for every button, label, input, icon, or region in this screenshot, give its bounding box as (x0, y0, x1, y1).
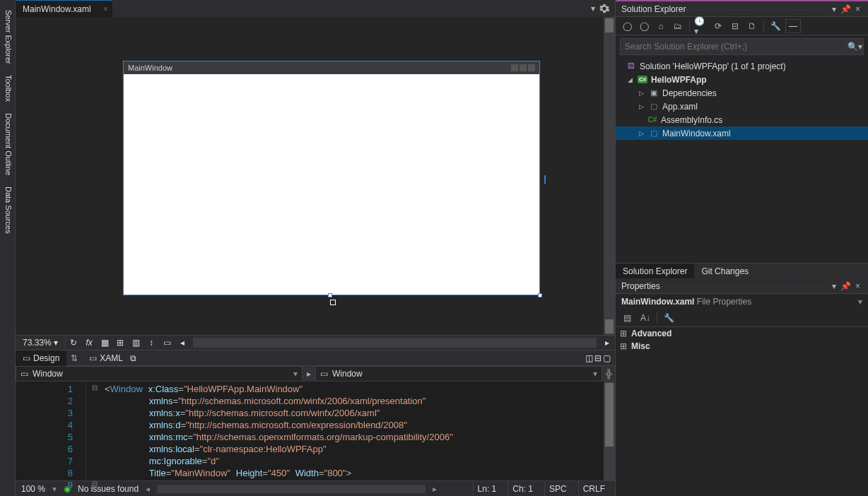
tab-design[interactable]: ▭ Design (16, 350, 66, 366)
panel-dropdown-icon[interactable]: ▾ (830, 4, 838, 14)
refresh-icon[interactable]: ↻ (66, 335, 81, 350)
gear-icon[interactable] (599, 4, 609, 13)
fx-icon[interactable]: fx (81, 335, 97, 350)
forward-icon[interactable]: ◯ (637, 19, 651, 33)
pending-changes-icon[interactable]: 🕓▾ (694, 19, 708, 33)
chevron-right-icon[interactable]: ▷ (637, 130, 645, 137)
tab-server-explorer[interactable]: Server Explorer (0, 6, 15, 68)
category-advanced[interactable]: ⊞ Advanced (616, 327, 868, 340)
tree-assemblyinfo[interactable]: C# AssemblyInfo.cs (616, 113, 868, 126)
tab-xaml[interactable]: ▭ XAML (82, 350, 130, 366)
solution-explorer-header[interactable]: Solution Explorer ∙∙∙∙∙∙∙∙∙∙∙∙∙∙∙∙∙∙∙∙∙∙… (616, 1, 868, 17)
status-spc[interactable]: SPC (544, 481, 571, 496)
design-window-title: MainWindow (128, 64, 172, 72)
design-vertical-scrollbar[interactable] (604, 17, 615, 335)
tree-dependencies[interactable]: ▷ ▣ Dependencies (616, 86, 868, 100)
tab-git-changes[interactable]: Git Changes (694, 264, 756, 278)
solution-tree: ⚄ Solution 'HelloWPFApp' (1 of 1 project… (616, 58, 868, 263)
pin-icon[interactable]: 📌 (838, 4, 853, 14)
arrow-left-icon[interactable]: ◂ (175, 335, 190, 350)
panel-title: Solution Explorer (621, 4, 686, 14)
resize-handle-icon[interactable] (328, 293, 332, 297)
align-icon[interactable]: ↕ (143, 335, 159, 350)
tree-appxaml[interactable]: ▷ ▢ App.xaml (616, 100, 868, 113)
alphabetical-icon[interactable]: A↓ (638, 311, 652, 325)
se-bottom-tabs: Solution Explorer Git Changes (616, 263, 868, 278)
status-line[interactable]: Ln: 1 (473, 481, 501, 496)
categorized-icon[interactable]: ▤ (620, 311, 634, 325)
breadcrumb-seg-1[interactable]: ▭ Window▾ (16, 366, 303, 382)
split-horizontal-icon[interactable]: ⊟ (594, 353, 602, 363)
swap-panes-icon[interactable]: ⇅ (66, 353, 82, 363)
tab-data-sources[interactable]: Data Sources (0, 182, 15, 238)
designer-view-tabs: ▭ Design ⇅ ▭ XAML ⧉ ◫ ⊟ ▢ (16, 350, 615, 366)
tree-mainwindow[interactable]: ▷ ▢ MainWindow.xaml (616, 126, 868, 140)
snap-grid-icon[interactable]: ⊞ (112, 335, 128, 350)
show-all-icon[interactable]: 🗋 (745, 19, 759, 33)
expand-icon[interactable]: ⊞ (620, 329, 628, 338)
document-tab-mainwindow[interactable]: MainWindow.xaml × (16, 0, 112, 17)
tab-toolbox[interactable]: Toolbox (0, 71, 15, 106)
zoom-level[interactable]: 73.33% ▾ (16, 336, 66, 350)
fold-icon[interactable]: ⊟ (92, 384, 98, 391)
search-icon[interactable]: 🔍▾ (846, 42, 863, 52)
design-toolbar: 73.33% ▾ ↻ fx ▦ ⊞ ▥ ↕ ▭ ◂ ▸ (16, 335, 615, 350)
bottom-marker (330, 300, 336, 305)
arrow-right-icon[interactable]: ▸ (599, 335, 615, 350)
code-editor[interactable]: 123456789 ⊟ ⊟ <Window x:Class="HelloWPFA… (16, 382, 615, 480)
status-char[interactable]: Ch: 1 (508, 481, 537, 496)
panel-dropdown-icon[interactable]: ▾ (830, 281, 838, 291)
solution-search[interactable]: 🔍▾ (620, 38, 864, 55)
home-icon[interactable]: ⌂ (654, 19, 668, 33)
expand-icon[interactable]: ⊞ (620, 341, 628, 351)
popout-icon[interactable]: ⧉ (130, 353, 136, 363)
status-horizontal-scrollbar[interactable] (157, 485, 426, 493)
fold-icon[interactable]: ⊟ (92, 480, 98, 488)
chevron-right-icon[interactable]: ▷ (637, 103, 645, 110)
category-misc[interactable]: ⊞ Misc (616, 340, 868, 353)
tree-solution[interactable]: ⚄ Solution 'HelloWPFApp' (1 of 1 project… (616, 59, 868, 73)
preview-selected-icon[interactable]: — (785, 19, 801, 33)
search-input[interactable] (621, 42, 846, 52)
doc-tab-dropdown-icon[interactable]: ▾ (591, 4, 595, 13)
properties-toolbar: ▤ A↓ 🔧 (616, 309, 868, 326)
close-icon[interactable]: × (853, 281, 862, 291)
collapse-all-icon[interactable]: ⊟ (728, 19, 742, 33)
design-window-preview[interactable]: MainWindow (123, 61, 540, 295)
split-vertical-icon[interactable]: ◫ (585, 353, 593, 363)
wrench-icon[interactable]: 🔧 (662, 311, 676, 325)
split-icon[interactable]: ╬ (602, 366, 615, 382)
xaml-icon: ▢ (648, 129, 659, 138)
collapse-pane-icon[interactable]: ▢ (603, 353, 611, 363)
code-text[interactable]: <Window x:Class="HelloWPFApp.MainWindow"… (86, 382, 604, 480)
snap-lines-icon[interactable]: ▥ (128, 335, 143, 350)
design-window-body[interactable] (124, 74, 539, 295)
code-vertical-scrollbar[interactable] (604, 382, 615, 480)
close-icon[interactable]: × (853, 4, 862, 14)
resize-handle-icon[interactable] (538, 293, 542, 297)
design-horizontal-scrollbar[interactable] (193, 338, 597, 348)
tab-document-outline[interactable]: Document Outline (0, 109, 15, 179)
switch-views-icon[interactable]: 🗂 (671, 19, 685, 33)
cs-file-icon: C# (647, 116, 658, 124)
properties-header[interactable]: Properties ∙∙∙∙∙∙∙∙∙∙∙∙∙∙∙∙∙∙∙∙∙∙∙∙∙∙∙∙∙… (616, 278, 868, 294)
sync-icon[interactable]: ⟳ (711, 19, 725, 33)
design-surface[interactable]: MainWindow (16, 17, 615, 335)
breadcrumb-seg-2[interactable]: ▭ Window▾ (315, 366, 602, 382)
right-marker (544, 175, 546, 184)
document-tab-label: MainWindow.xaml (23, 4, 91, 14)
pin-icon[interactable]: 📌 (838, 281, 853, 291)
device-icon[interactable]: ▭ (159, 335, 175, 350)
properties-icon[interactable]: 🔧 (768, 19, 782, 33)
status-issues[interactable]: No issues found (78, 484, 139, 494)
chevron-right-icon[interactable]: ▷ (637, 90, 645, 97)
tree-project[interactable]: ◢ C# HelloWPFApp (616, 73, 868, 86)
csproj-icon: C# (637, 76, 648, 83)
tab-solution-explorer[interactable]: Solution Explorer (616, 264, 694, 278)
status-crlf[interactable]: CRLF (578, 481, 609, 496)
close-icon[interactable]: × (103, 4, 108, 14)
grid-icon[interactable]: ▦ (97, 335, 112, 350)
back-icon[interactable]: ◯ (620, 19, 634, 33)
chevron-down-icon[interactable]: ◢ (626, 76, 634, 83)
properties-item-header: MainWindow.xaml File Properties ▾ (616, 294, 868, 309)
